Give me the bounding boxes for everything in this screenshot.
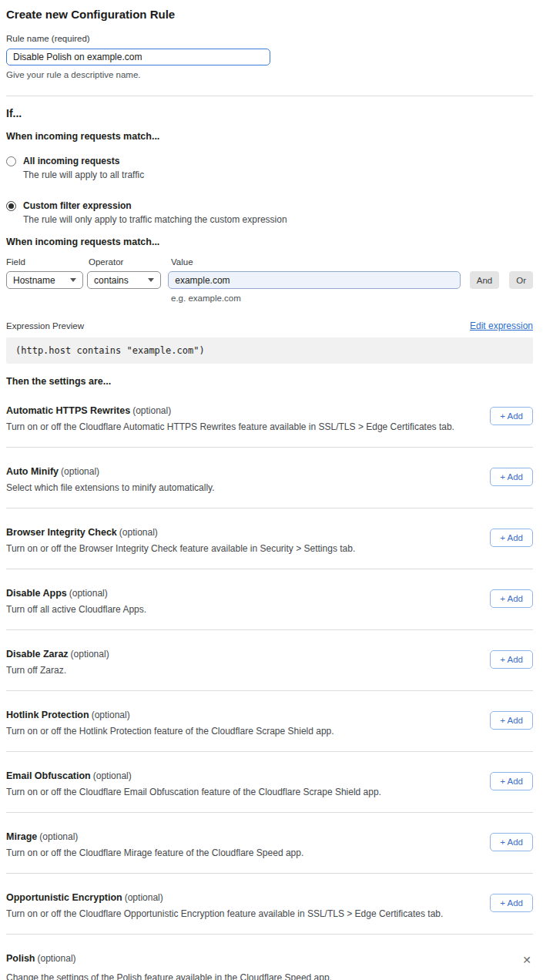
radio-option-description: The rule will only apply to traffic matc… bbox=[23, 214, 287, 225]
radio-option-description: The rule will apply to all traffic bbox=[23, 169, 144, 180]
setting-description: Turn off Zaraz. bbox=[6, 665, 109, 676]
setting-optional-tag: (optional) bbox=[71, 649, 109, 659]
rule-name-helper: Give your rule a descriptive name. bbox=[6, 70, 533, 79]
setting-optional-tag: (optional) bbox=[61, 466, 99, 477]
setting-name: Hotlink Protection(optional) bbox=[6, 710, 334, 720]
setting-name: Email Obfuscation(optional) bbox=[6, 770, 381, 781]
setting-name: Automatic HTTPS Rewrites(optional) bbox=[6, 405, 454, 416]
setting-description: Turn on or off the Cloudflare Mirage fea… bbox=[6, 847, 303, 858]
setting-name: Auto Minify(optional) bbox=[6, 466, 215, 477]
create-configuration-rule-page: Create new Configuration Rule Rule name … bbox=[0, 0, 543, 980]
setting-description: Turn on or off the Cloudflare Email Obfu… bbox=[6, 787, 381, 797]
operator-select-value: contains bbox=[94, 275, 129, 286]
if-heading: If... bbox=[6, 107, 533, 119]
setting-item: Auto Minify(optional) Select which file … bbox=[6, 448, 533, 508]
add-button[interactable]: + Add bbox=[490, 589, 533, 608]
setting-description: Turn on or off the Hotlink Protection fe… bbox=[6, 726, 334, 737]
setting-description: Turn on or off the Browser Integrity Che… bbox=[6, 543, 355, 554]
operator-select[interactable]: contains bbox=[87, 271, 161, 289]
setting-name: Mirage(optional) bbox=[6, 831, 303, 842]
chevron-down-icon bbox=[70, 278, 76, 282]
radio-unselected-icon[interactable] bbox=[6, 156, 16, 166]
setting-item: Disable Apps(optional) Turn off all acti… bbox=[6, 569, 533, 630]
setting-optional-tag: (optional) bbox=[69, 588, 108, 599]
radio-option-label: All incoming requests bbox=[23, 156, 144, 166]
radio-option-custom-filter-expression[interactable]: Custom filter expression The rule will o… bbox=[6, 200, 533, 225]
setting-optional-tag: (optional) bbox=[125, 892, 163, 903]
setting-item: Hotlink Protection(optional) Turn on or … bbox=[6, 691, 533, 752]
value-helper: e.g. example.com bbox=[171, 294, 533, 303]
setting-optional-tag: (optional) bbox=[39, 831, 78, 842]
setting-item-polish-expanded: Polish(optional) ✕ Change the settings o… bbox=[6, 935, 533, 980]
expression-preview-label: Expression Preview bbox=[6, 321, 84, 331]
expression-preview-code: (http.host contains "example.com") bbox=[6, 337, 533, 364]
setting-optional-tag: (optional) bbox=[93, 770, 132, 781]
setting-description: Turn off all active Cloudflare Apps. bbox=[6, 604, 146, 615]
setting-optional-tag: (optional) bbox=[38, 953, 76, 964]
setting-name: Opportunistic Encryption(optional) bbox=[6, 892, 443, 903]
incoming-requests-match-heading: When incoming requests match... bbox=[6, 131, 533, 142]
or-button[interactable]: Or bbox=[509, 271, 533, 289]
setting-optional-tag: (optional) bbox=[119, 527, 158, 538]
setting-description: Select which file extensions to minify a… bbox=[6, 482, 215, 493]
setting-item: Email Obfuscation(optional) Turn on or o… bbox=[6, 752, 533, 813]
edit-expression-link[interactable]: Edit expression bbox=[470, 321, 533, 331]
add-button[interactable]: + Add bbox=[490, 711, 533, 730]
radio-option-label: Custom filter expression bbox=[23, 200, 287, 211]
expression-preview-row: Expression Preview Edit expression bbox=[6, 321, 533, 331]
expression-builder-labels: Field Operator Value bbox=[6, 257, 533, 267]
rule-name-input[interactable] bbox=[6, 49, 270, 65]
add-button[interactable]: + Add bbox=[490, 407, 533, 425]
field-select[interactable]: Hostname bbox=[6, 271, 83, 289]
field-select-value: Hostname bbox=[13, 275, 55, 286]
add-button[interactable]: + Add bbox=[490, 650, 533, 669]
setting-item: Opportunistic Encryption(optional) Turn … bbox=[6, 874, 533, 935]
expression-builder-heading: When incoming requests match... bbox=[6, 237, 533, 247]
setting-optional-tag: (optional) bbox=[132, 405, 171, 416]
close-icon[interactable]: ✕ bbox=[521, 953, 533, 967]
settings-list: Automatic HTTPS Rewrites(optional) Turn … bbox=[6, 387, 533, 935]
setting-name: Disable Apps(optional) bbox=[6, 588, 146, 599]
setting-description: Turn on or off the Cloudflare Automatic … bbox=[6, 421, 454, 432]
setting-item: Automatic HTTPS Rewrites(optional) Turn … bbox=[6, 387, 533, 448]
setting-description: Change the settings of the Polish featur… bbox=[6, 972, 533, 980]
value-label: Value bbox=[171, 257, 193, 267]
setting-name: Browser Integrity Check(optional) bbox=[6, 527, 355, 538]
add-button[interactable]: + Add bbox=[490, 833, 533, 851]
page-title: Create new Configuration Rule bbox=[6, 8, 533, 21]
add-button[interactable]: + Add bbox=[490, 894, 533, 912]
and-button[interactable]: And bbox=[470, 271, 499, 289]
setting-optional-tag: (optional) bbox=[92, 710, 130, 720]
add-button[interactable]: + Add bbox=[490, 468, 533, 486]
radio-option-all-incoming-requests[interactable]: All incoming requests The rule will appl… bbox=[6, 156, 533, 180]
section-divider bbox=[6, 96, 533, 96]
rule-name-label: Rule name (required) bbox=[6, 34, 533, 43]
value-input[interactable] bbox=[168, 271, 461, 289]
setting-description: Turn on or off the Cloudflare Opportunis… bbox=[6, 908, 443, 919]
setting-item: Mirage(optional) Turn on or off the Clou… bbox=[6, 813, 533, 874]
setting-name: Disable Zaraz(optional) bbox=[6, 649, 109, 659]
add-button[interactable]: + Add bbox=[490, 529, 533, 547]
setting-item: Disable Zaraz(optional) Turn off Zaraz. … bbox=[6, 630, 533, 691]
setting-item: Browser Integrity Check(optional) Turn o… bbox=[6, 508, 533, 569]
expression-builder-row: Hostname contains And Or bbox=[6, 271, 533, 289]
add-button[interactable]: + Add bbox=[490, 772, 533, 790]
chevron-down-icon bbox=[148, 278, 154, 282]
then-settings-heading: Then the settings are... bbox=[6, 376, 533, 387]
setting-name: Polish(optional) bbox=[6, 953, 76, 964]
radio-selected-icon[interactable] bbox=[6, 201, 16, 211]
field-label: Field bbox=[6, 257, 89, 267]
operator-label: Operator bbox=[89, 257, 171, 267]
